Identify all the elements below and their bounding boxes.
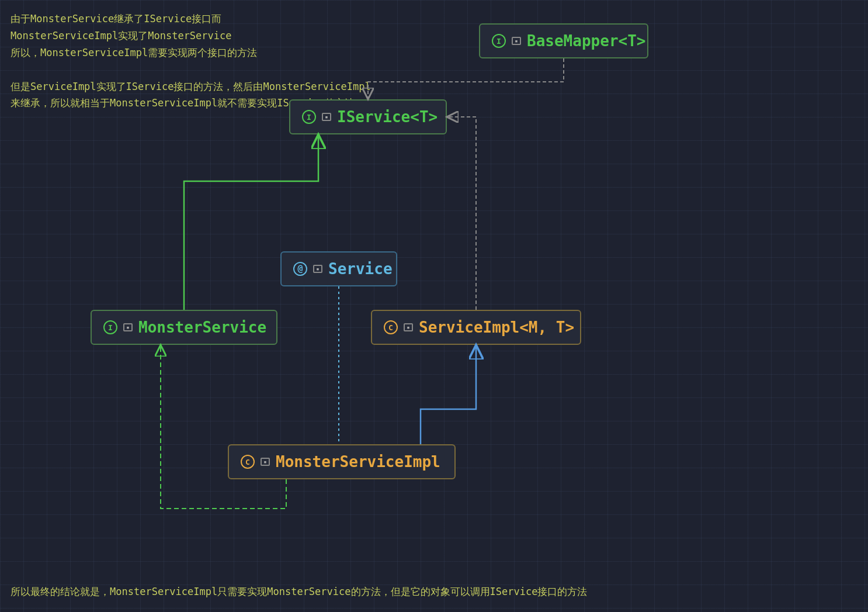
monsterserviceimpl-label: MonsterServiceImpl bbox=[276, 453, 440, 471]
iservice-label: IService<T> bbox=[337, 108, 438, 126]
monsterservice-type-icon: I bbox=[103, 320, 117, 334]
monsterserviceimpl-type-icon: C bbox=[241, 455, 255, 469]
basemapper-access-icon: ▪ bbox=[512, 37, 521, 45]
iservice-type-icon: I bbox=[302, 110, 316, 124]
monsterserviceimpl-access-icon: ▪ bbox=[261, 458, 270, 466]
basemapper-type-icon: I bbox=[492, 34, 506, 48]
serviceimpl-label: ServiceImpl<M, T> bbox=[419, 319, 574, 336]
node-basemapper: I ▪ BaseMapper<T> bbox=[479, 23, 648, 58]
node-service: @ ▪ Service bbox=[280, 251, 397, 286]
node-monsterservice: I ▪ MonsterService bbox=[91, 310, 277, 345]
basemapper-label: BaseMapper<T> bbox=[527, 32, 646, 50]
node-serviceimpl: C ▪ ServiceImpl<M, T> bbox=[371, 310, 581, 345]
service-type-icon: @ bbox=[293, 262, 307, 276]
monsterservice-access-icon: ▪ bbox=[123, 323, 133, 331]
service-label: Service bbox=[328, 260, 393, 278]
iservice-access-icon: ▪ bbox=[322, 113, 331, 121]
service-access-icon: ▪ bbox=[313, 265, 322, 273]
node-iservice: I ▪ IService<T> bbox=[289, 99, 447, 134]
annotation-top: 由于MonsterService继承了IService接口而 MonsterSe… bbox=[11, 11, 371, 112]
annotation-bottom: 所以最终的结论就是，MonsterServiceImpl只需要实现Monster… bbox=[11, 583, 587, 600]
serviceimpl-access-icon: ▪ bbox=[404, 323, 413, 331]
monsterservice-label: MonsterService bbox=[138, 319, 266, 336]
node-monsterserviceimpl: C ▪ MonsterServiceImpl bbox=[228, 444, 456, 479]
serviceimpl-type-icon: C bbox=[384, 320, 398, 334]
